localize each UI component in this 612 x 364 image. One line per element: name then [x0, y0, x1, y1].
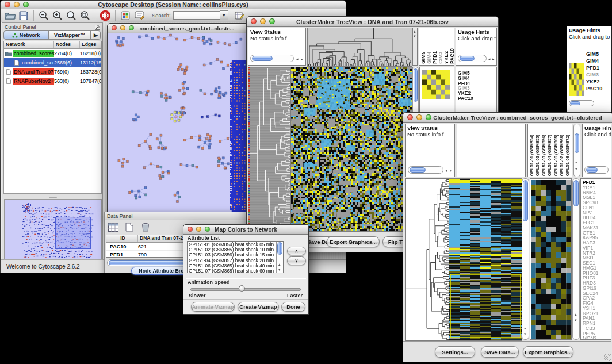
panel-splitter[interactable]	[3, 195, 102, 199]
close-button[interactable]	[251, 18, 257, 24]
zoom-out-icon[interactable]	[37, 9, 51, 22]
minimize-button[interactable]	[196, 227, 201, 232]
row-dendrogram[interactable]	[405, 178, 449, 341]
network-overview-thumbnail[interactable]	[4, 199, 102, 260]
zoom-heatmap[interactable]	[531, 180, 571, 339]
fragment-hscrollbar[interactable]	[569, 100, 594, 106]
dialog-titlebar[interactable]: Map Colors to Network	[183, 225, 308, 235]
attribute-table-icon[interactable]	[107, 221, 120, 233]
scroll-left-arrow[interactable]: ◂	[445, 168, 447, 173]
heatmap-vscrollbar[interactable]: ▴ ▾	[522, 178, 529, 340]
animate-vizmap-button[interactable]: Animate Vizmap	[191, 302, 235, 312]
network-table-header[interactable]: Network Nodes Edges	[4, 41, 101, 49]
attribute-editor-icon[interactable]	[233, 9, 247, 22]
network-list-row[interactable]: DNA and Tran 07 769(0) 183728(0)	[4, 67, 101, 76]
hscroll-thumb[interactable]	[460, 56, 475, 61]
vscroll-thumb[interactable]	[523, 180, 528, 221]
view-status-hscrollbar[interactable]	[250, 55, 294, 62]
zoom-in-icon[interactable]	[51, 9, 64, 22]
zoom-window-button[interactable]	[205, 227, 210, 232]
hscroll-thumb[interactable]	[586, 167, 598, 173]
scroll-down-arrow[interactable]: ▾	[575, 318, 577, 322]
zoom-heatmap[interactable]	[569, 63, 584, 96]
minimize-button[interactable]	[120, 25, 125, 30]
zoom-selected-icon[interactable]	[78, 9, 92, 22]
scroll-up-arrow[interactable]: ▴	[524, 326, 526, 330]
delete-trash-icon[interactable]	[139, 221, 152, 233]
scroll-right-arrow[interactable]: ▸	[450, 168, 452, 173]
scroll-right-arrow[interactable]: ▸	[492, 57, 495, 61]
usage-hints-hscrollbar[interactable]	[458, 55, 487, 62]
scroll-down-arrow[interactable]: ▾	[414, 34, 416, 38]
scroll-up-arrow[interactable]: ▴	[575, 160, 577, 164]
zoom-window-button[interactable]	[129, 25, 134, 30]
network-list-row[interactable]: combined_scores 2764(0) 16218(0)	[4, 49, 101, 58]
view-status-hscrollbar[interactable]	[408, 166, 443, 174]
hscroll-thumb[interactable]	[570, 101, 580, 105]
row-dendrogram[interactable]	[248, 67, 291, 232]
export-graphics-button[interactable]: Export Graphics...	[327, 236, 380, 247]
move-up-button[interactable]: ∧	[287, 247, 306, 255]
animation-slider-track[interactable]	[190, 288, 301, 291]
main-heatmap[interactable]	[449, 178, 522, 341]
save-icon[interactable]	[17, 9, 30, 22]
treeview1-titlebar[interactable]: ClusterMaker TreeView : DNA and Tran 07-…	[247, 17, 498, 27]
minimize-button[interactable]	[14, 2, 20, 7]
network-view-titlebar[interactable]: combined_scores_good.txt--cluste...	[108, 24, 249, 33]
resize-grip[interactable]	[604, 354, 611, 361]
zoom-fit-icon[interactable]	[64, 9, 78, 22]
hscroll-thumb[interactable]	[410, 167, 426, 173]
vscroll-thumb[interactable]	[414, 68, 418, 102]
attribute-items[interactable]: GPL51-01 (GSM854) heat shock 05 minGPL51…	[188, 242, 276, 273]
save-data-button[interactable]: Save Data...	[481, 346, 519, 358]
network-list[interactable]: combined_scores 2764(0) 16218(0) combine…	[4, 49, 101, 86]
column-dendrogram-area[interactable]	[457, 124, 526, 177]
network-canvas[interactable]	[108, 33, 248, 213]
annotation-icon[interactable]	[132, 9, 146, 22]
zoom-vscrollbar[interactable]: ▴ ▾	[572, 178, 580, 340]
scroll-down-arrow[interactable]: ▾	[524, 332, 526, 336]
main-titlebar[interactable]: Cytoscape Desktop (Session Name: collins…	[1, 1, 346, 9]
search-input[interactable]	[173, 11, 220, 20]
create-vizmap-button[interactable]: Create Vizmap	[238, 302, 279, 312]
animation-slider-thumb[interactable]	[239, 285, 245, 292]
new-document-icon[interactable]	[123, 221, 136, 233]
close-button[interactable]	[5, 2, 10, 7]
tab-more-arrow[interactable]: ▶	[91, 30, 101, 40]
hscroll-thumb[interactable]	[252, 56, 273, 61]
treeview2-titlebar[interactable]: ClusterMaker TreeView : combined_scores_…	[403, 113, 612, 123]
scroll-up-arrow[interactable]: ▴	[278, 262, 281, 266]
scroll-right-arrow[interactable]: ▸	[301, 57, 303, 61]
export-graphics-button[interactable]: Export Graphics...	[523, 346, 573, 358]
scroll-left-arrow[interactable]: ◂	[488, 57, 491, 61]
column-scroll-strip[interactable]: ▴ ▾	[412, 28, 418, 66]
zoom-heatmap[interactable]	[422, 70, 450, 99]
network-list-row[interactable]: RNAPuberNov2+I 563(0) 107847(0)	[4, 76, 101, 86]
close-button[interactable]	[188, 227, 193, 232]
zoom-window-button[interactable]	[23, 2, 29, 7]
move-down-button[interactable]: ∨	[287, 256, 306, 265]
network-list-row[interactable]: combined_sco 2569(6) 13112(15)	[4, 58, 101, 67]
close-button[interactable]	[407, 114, 413, 120]
attribute-listbox[interactable]: GPL51-01 (GSM854) heat shock 05 minGPL51…	[187, 241, 284, 273]
settings-button[interactable]: Settings...	[435, 346, 475, 358]
help-lifering-icon[interactable]	[98, 9, 112, 22]
vizmap-palette-icon[interactable]	[118, 9, 132, 22]
vscroll-thumb[interactable]	[277, 242, 282, 255]
scroll-up-arrow[interactable]: ▴	[414, 29, 416, 33]
tab-network[interactable]: Network	[3, 30, 48, 40]
open-folder-icon[interactable]	[3, 9, 17, 22]
list-vscrollbar[interactable]: ▴ ▾	[276, 242, 283, 273]
main-heatmap[interactable]	[290, 67, 413, 232]
zoom-window-button[interactable]	[269, 18, 275, 24]
zoom-window-button[interactable]	[426, 114, 431, 120]
minimize-button[interactable]	[416, 114, 422, 120]
usage-hints-hscrollbar[interactable]	[584, 166, 609, 174]
scroll-left-arrow[interactable]: ◂	[296, 57, 299, 61]
scroll-down-arrow[interactable]: ▾	[575, 167, 577, 171]
vscroll-thumb[interactable]	[573, 180, 579, 206]
close-button[interactable]	[112, 25, 117, 30]
attribute-item[interactable]: GPL51-07 (GSM868) heat shock 60 min	[188, 269, 276, 273]
vscroll-thumb[interactable]	[575, 133, 579, 153]
column-labels-vscrollbar[interactable]: ▴ ▾	[573, 124, 580, 177]
